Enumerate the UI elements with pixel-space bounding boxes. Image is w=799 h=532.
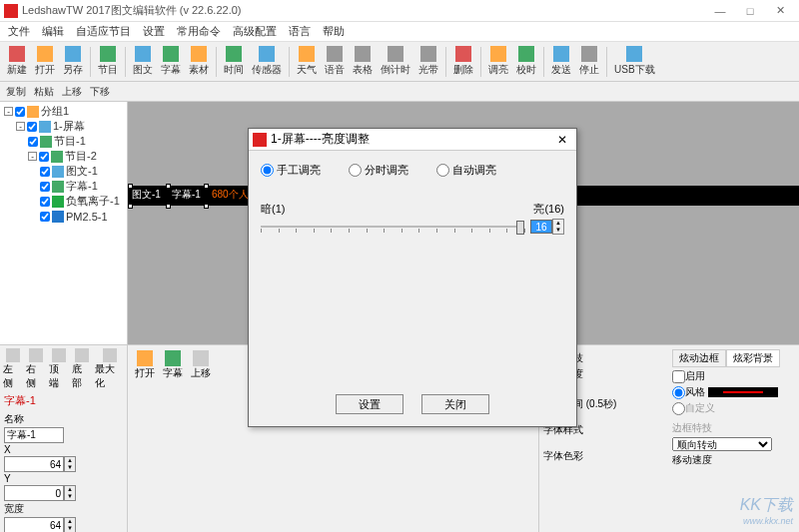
tree-checkbox[interactable] bbox=[28, 137, 38, 147]
menu-settings[interactable]: 设置 bbox=[139, 23, 169, 40]
auto-radio[interactable]: 自动调亮 bbox=[436, 163, 496, 178]
y-input[interactable] bbox=[4, 485, 64, 501]
toolbar-素材[interactable]: 素材 bbox=[186, 45, 212, 78]
tree-checkbox[interactable] bbox=[40, 182, 50, 192]
toolbar-删除[interactable]: 删除 bbox=[450, 45, 476, 78]
manual-radio[interactable]: 手工调亮 bbox=[261, 163, 321, 178]
width-input[interactable] bbox=[4, 517, 64, 532]
copy-button[interactable]: 复制 bbox=[4, 85, 28, 99]
toolbar-新建[interactable]: 新建 bbox=[4, 45, 30, 78]
maximize-tab[interactable]: 最大化 bbox=[94, 347, 125, 391]
brightness-spinner[interactable]: ▲▼ bbox=[552, 219, 564, 235]
close-button-modal[interactable]: 关闭 bbox=[421, 394, 489, 414]
menu-advanced[interactable]: 高级配置 bbox=[229, 23, 281, 40]
x-spinner[interactable]: ▲▼ bbox=[64, 456, 76, 472]
maximize-button[interactable]: □ bbox=[735, 1, 765, 21]
movedown-button[interactable]: 下移 bbox=[88, 85, 112, 99]
enable-checkbox[interactable] bbox=[672, 370, 685, 383]
toolbar-传感器[interactable]: 传感器 bbox=[249, 45, 285, 78]
expand-icon[interactable]: - bbox=[16, 122, 25, 131]
close-button[interactable]: ✕ bbox=[765, 1, 795, 21]
bright-label: 亮(16) bbox=[533, 202, 564, 217]
toolbar-字幕[interactable]: 字幕 bbox=[158, 45, 184, 78]
toolbar-天气[interactable]: 天气 bbox=[294, 45, 320, 78]
tree-zimu[interactable]: 字幕-1 bbox=[2, 179, 125, 194]
toolbar-另存[interactable]: 另存 bbox=[60, 45, 86, 78]
border-tab[interactable]: 炫动边框 bbox=[672, 349, 726, 367]
tree-tuwen[interactable]: 图文-1 bbox=[2, 164, 125, 179]
menu-help[interactable]: 帮助 bbox=[319, 23, 349, 40]
tree-prog1[interactable]: 节目-1 bbox=[2, 134, 125, 149]
align-bottom-tab[interactable]: 底部 bbox=[71, 347, 92, 391]
tree-checkbox[interactable] bbox=[15, 107, 25, 117]
toolbar-发送[interactable]: 发送 bbox=[548, 45, 574, 78]
resize-handle[interactable] bbox=[204, 204, 209, 209]
x-input[interactable] bbox=[4, 456, 64, 472]
border-fx-label: 边框特技 bbox=[672, 421, 795, 435]
main-toolbar: 新建打开另存节目图文字幕素材时间传感器天气语音表格倒计时光带删除调亮校时发送停止… bbox=[0, 42, 799, 82]
align-top-tab[interactable]: 顶端 bbox=[48, 347, 69, 391]
resize-handle[interactable] bbox=[128, 184, 133, 189]
scroll-select[interactable]: 顺向转动 bbox=[672, 437, 772, 451]
toolbar-语音[interactable]: 语音 bbox=[322, 45, 348, 78]
menu-adaptive[interactable]: 自适应节目 bbox=[72, 23, 135, 40]
width-spinner[interactable]: ▲▼ bbox=[64, 517, 76, 532]
set-button[interactable]: 设置 bbox=[336, 394, 403, 414]
background-tab[interactable]: 炫彩背景 bbox=[726, 349, 780, 367]
tree-prog2[interactable]: -节目-2 bbox=[2, 149, 125, 164]
tree-checkbox[interactable] bbox=[40, 212, 50, 222]
name-input[interactable] bbox=[4, 427, 64, 443]
toolbar-停止[interactable]: 停止 bbox=[576, 45, 602, 78]
tree-checkbox[interactable] bbox=[40, 167, 50, 177]
y-spinner[interactable]: ▲▼ bbox=[64, 485, 76, 501]
moveup-button[interactable]: 上移 bbox=[60, 85, 84, 99]
tree-screen[interactable]: -1-屏幕 bbox=[2, 119, 125, 134]
toolbar-打开[interactable]: 打开 bbox=[32, 45, 58, 78]
custom-radio[interactable] bbox=[672, 402, 685, 415]
tree-checkbox[interactable] bbox=[27, 122, 37, 132]
toolbar-光带[interactable]: 光带 bbox=[415, 45, 441, 78]
tree-fuyang[interactable]: 负氧离子-1 bbox=[2, 194, 125, 209]
timed-radio[interactable]: 分时调亮 bbox=[349, 163, 408, 178]
tree-checkbox[interactable] bbox=[39, 152, 49, 162]
toolbar-图文[interactable]: 图文 bbox=[130, 45, 156, 78]
open-button[interactable]: 打开 bbox=[132, 349, 158, 381]
toolbar-节目[interactable]: 节目 bbox=[95, 45, 121, 78]
resize-handle[interactable] bbox=[166, 184, 171, 189]
style-radio[interactable] bbox=[672, 386, 685, 399]
expand-icon[interactable]: - bbox=[4, 107, 13, 116]
subtitle-button[interactable]: 字幕 bbox=[160, 349, 186, 381]
tree-pm[interactable]: PM2.5-1 bbox=[2, 209, 125, 224]
moveup-button2[interactable]: 上移 bbox=[188, 349, 214, 381]
align-left-tab[interactable]: 左侧 bbox=[2, 347, 23, 391]
align-right-tab[interactable]: 右侧 bbox=[25, 347, 46, 391]
dialog-icon bbox=[253, 133, 267, 147]
dialog-title: 1-屏幕----亮度调整 bbox=[271, 131, 552, 148]
expand-icon[interactable]: - bbox=[28, 152, 37, 161]
resize-handle[interactable] bbox=[204, 184, 209, 189]
menu-commands[interactable]: 常用命令 bbox=[173, 23, 225, 40]
selected-item-label: 字幕-1 bbox=[4, 393, 125, 408]
minimize-button[interactable]: — bbox=[705, 1, 735, 21]
toolbar-表格[interactable]: 表格 bbox=[350, 45, 376, 78]
toolbar-调亮[interactable]: 调亮 bbox=[485, 45, 511, 78]
brightness-value[interactable] bbox=[530, 220, 552, 234]
toolbar-USB下载[interactable]: USB下载 bbox=[611, 45, 658, 78]
toolbar-倒计时[interactable]: 倒计时 bbox=[378, 45, 413, 78]
tree-root[interactable]: -分组1 bbox=[2, 104, 125, 119]
toolbar-时间[interactable]: 时间 bbox=[221, 45, 247, 78]
resize-handle[interactable] bbox=[166, 204, 171, 209]
paste-button[interactable]: 粘贴 bbox=[32, 85, 56, 99]
font-color-label: 字体色彩 bbox=[543, 449, 583, 463]
canvas-label-zimu[interactable]: 字幕-1 bbox=[172, 188, 201, 202]
dialog-close-button[interactable]: ✕ bbox=[552, 133, 572, 147]
resize-handle[interactable] bbox=[128, 204, 133, 209]
menu-language[interactable]: 语言 bbox=[285, 23, 315, 40]
move-speed-label: 移动速度 bbox=[672, 453, 712, 467]
menu-file[interactable]: 文件 bbox=[4, 23, 34, 40]
brightness-slider[interactable] bbox=[261, 218, 524, 236]
canvas-label-tuwen[interactable]: 图文-1 bbox=[132, 188, 161, 202]
toolbar-校时[interactable]: 校时 bbox=[513, 45, 539, 78]
menu-edit[interactable]: 编辑 bbox=[38, 23, 68, 40]
tree-checkbox[interactable] bbox=[40, 197, 50, 207]
